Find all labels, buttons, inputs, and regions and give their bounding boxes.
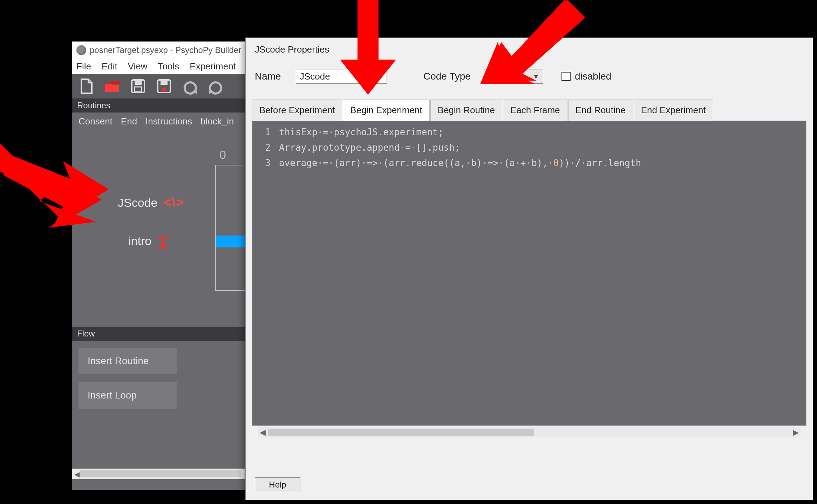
scroll-left-icon[interactable]: ◀ bbox=[73, 470, 81, 478]
code-gutter: 1 2 3 bbox=[252, 121, 275, 425]
disabled-checkbox[interactable] bbox=[561, 72, 571, 81]
scroll-thumb[interactable] bbox=[268, 429, 534, 436]
flow-label: Flow bbox=[77, 329, 95, 338]
svg-rect-2 bbox=[135, 87, 142, 92]
component-jscode-label: JScode bbox=[118, 196, 157, 210]
line-number: 2 bbox=[252, 140, 271, 155]
name-field-input[interactable] bbox=[296, 69, 387, 84]
tab-each-frame[interactable]: Each Frame bbox=[503, 100, 567, 121]
component-intro-label: intro bbox=[128, 234, 151, 248]
jscode-properties-dialog: JScode Properties Name Code Type JS ▼ di… bbox=[245, 38, 813, 500]
tab-before-experiment[interactable]: Before Experiment bbox=[252, 100, 342, 121]
menu-tools[interactable]: Tools bbox=[158, 61, 179, 72]
menu-experiment[interactable]: Experiment bbox=[190, 61, 236, 72]
dialog-fields-row: Name Code Type JS ▼ disabled bbox=[246, 59, 813, 91]
insert-routine-button[interactable]: Insert Routine bbox=[79, 348, 177, 374]
routine-tab-end[interactable]: End bbox=[121, 116, 137, 127]
codetype-select[interactable]: JS ▼ bbox=[484, 69, 543, 84]
dialog-footer: Help bbox=[255, 477, 300, 492]
line-number: 1 bbox=[252, 124, 271, 140]
name-field-label: Name bbox=[255, 71, 288, 82]
dialog-title: JScode Properties bbox=[246, 38, 813, 59]
new-file-icon[interactable] bbox=[76, 76, 96, 96]
code-horizontal-scrollbar[interactable]: ◀ ▶ bbox=[258, 427, 801, 437]
code-text[interactable]: thisExp·=·psychoJS.experiment; Array.pro… bbox=[275, 121, 806, 425]
scroll-thumb[interactable] bbox=[80, 470, 241, 477]
tab-begin-experiment[interactable]: Begin Experiment bbox=[343, 100, 429, 121]
menu-view[interactable]: View bbox=[128, 61, 148, 72]
component-intro[interactable]: intro T bbox=[128, 232, 168, 250]
codetype-field-label: Code Type bbox=[423, 71, 476, 82]
builder-title-text: posnerTarget.psyexp - PsychoPy Builder bbox=[90, 45, 241, 55]
line-number: 3 bbox=[252, 155, 271, 171]
codetype-value: JS bbox=[488, 71, 498, 82]
chevron-down-icon: ▼ bbox=[532, 73, 539, 81]
scroll-left-icon[interactable]: ◀ bbox=[259, 428, 267, 436]
svg-rect-1 bbox=[135, 81, 142, 85]
routine-tab-blockin[interactable]: block_in bbox=[200, 116, 234, 127]
tab-end-experiment[interactable]: End Experiment bbox=[634, 100, 713, 121]
menu-edit[interactable]: Edit bbox=[102, 61, 117, 72]
code-tabs: Before Experiment Begin Experiment Begin… bbox=[252, 99, 806, 121]
tab-end-routine[interactable]: End Routine bbox=[568, 100, 633, 121]
code-editor[interactable]: 1 2 3 thisExp·=·psychoJS.experiment; Arr… bbox=[252, 121, 806, 426]
scroll-right-icon[interactable]: ▶ bbox=[791, 428, 800, 436]
svg-rect-4 bbox=[161, 81, 168, 85]
tab-begin-routine[interactable]: Begin Routine bbox=[430, 100, 502, 121]
help-button[interactable]: Help bbox=[255, 477, 300, 492]
menu-file[interactable]: File bbox=[76, 61, 91, 72]
svg-point-5 bbox=[162, 88, 166, 92]
routine-tab-consent[interactable]: Consent bbox=[79, 116, 113, 127]
text-component-icon: T bbox=[158, 232, 168, 250]
save-as-icon[interactable] bbox=[154, 76, 174, 96]
app-icon bbox=[76, 45, 86, 55]
insert-loop-button[interactable]: Insert Loop bbox=[79, 382, 177, 409]
open-file-icon[interactable] bbox=[102, 76, 122, 96]
redo-icon[interactable] bbox=[206, 76, 226, 96]
save-icon[interactable] bbox=[128, 76, 148, 96]
disabled-checkbox-group[interactable]: disabled bbox=[561, 71, 611, 82]
undo-icon[interactable] bbox=[180, 76, 200, 96]
code-component-icon: <\> bbox=[164, 195, 184, 210]
component-jscode[interactable]: JScode <\> bbox=[118, 195, 184, 210]
routines-label: Routines bbox=[77, 101, 110, 110]
routine-tab-instructions[interactable]: Instructions bbox=[145, 116, 192, 127]
disabled-label: disabled bbox=[575, 71, 611, 82]
timeline-tick-0: 0 bbox=[219, 148, 226, 162]
